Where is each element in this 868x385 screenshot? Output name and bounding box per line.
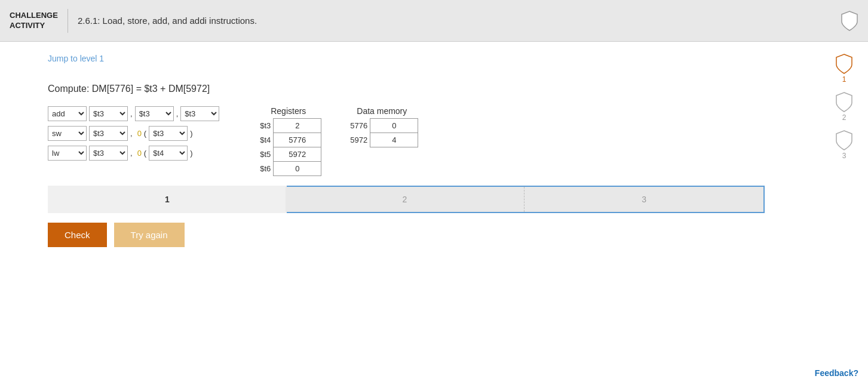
reg2-select-2[interactable]: $t3 $t4 $t5 $t6 [149,126,188,141]
try-again-button[interactable]: Try again [114,223,185,247]
comma-3: , [130,149,133,158]
reg2-select-1[interactable]: $t3 $t4 $t5 $t6 [135,106,174,121]
feedback-link[interactable]: Feedback? [815,368,858,378]
challenge-activity-title: CHALLENGEACTIVITY [10,11,58,31]
table-row: $t5 5972 [255,147,321,162]
reg1-select-1[interactable]: $t3 $t4 $t5 $t6 [89,106,128,121]
instruction-row-1: add addi lw sw $t3 $t4 $t5 $t6 , $t3 $t4… [48,106,219,121]
reg-label-t4: $t4 [255,133,274,147]
reg2-select-3[interactable]: $t3 $t4 $t5 $t6 [149,146,188,161]
table-row: 5776 0 [345,119,418,133]
reg1-select-3[interactable]: $t3 $t4 $t5 $t6 [89,146,128,161]
sidebar-level-1[interactable]: 1 [836,54,852,84]
registers-section: Registers $t3 2 $t4 5776 $t5 5972 [255,106,321,176]
header-shield-icon [841,10,858,32]
dm-label-5776: 5776 [345,119,370,133]
progress-bar: 1 2 3 [48,186,765,213]
right-sidebar: 1 2 3 [826,48,862,160]
dm-val-5972: 4 [370,133,418,147]
reg-val-t4: 5776 [274,133,321,147]
data-memory-title: Data memory [345,106,418,116]
reg1-select-2[interactable]: $t3 $t4 $t5 $t6 [89,126,128,141]
sidebar-level-2[interactable]: 2 [836,92,852,122]
reg-label-t5: $t5 [255,147,274,162]
button-row: Check Try again [48,223,826,247]
reg3-select-1[interactable]: $t3 $t4 $t5 $t6 [180,106,219,121]
instruction-row-3: add addi lw sw $t3 $t4 $t5 $t6 , 0 ( $t3… [48,146,219,161]
op-select-1[interactable]: add addi lw sw [48,106,87,121]
paren-close-2: ) [190,129,192,138]
reg-label-t3: $t3 [255,119,274,133]
sidebar-level-label-1: 1 [842,75,846,84]
progress-segment-1[interactable]: 1 [48,186,287,213]
comma-2: , [130,129,133,138]
progress-segment-3[interactable]: 3 [525,187,763,212]
shield-icon-1 [836,54,852,74]
reg-label-t6: $t6 [255,162,274,176]
progress-label-3: 3 [642,195,646,204]
shield-icon-3 [836,130,852,150]
sidebar-level-label-2: 2 [842,113,846,122]
reg-val-t6: 0 [274,162,321,176]
sidebar-level-label-3: 3 [842,152,846,160]
main-content: Jump to level 1 Compute: DM[5776] = $t3 … [0,42,868,259]
progress-label-1: 1 [165,195,170,204]
paren-open-3: ( [144,149,146,158]
registers-table: $t3 2 $t4 5776 $t5 5972 $t6 0 [255,118,321,176]
table-row: $t3 2 [255,119,321,133]
data-memory-table: 5776 0 5972 4 [345,118,418,147]
table-row: 5972 4 [345,133,418,147]
instructions-panel: add addi lw sw $t3 $t4 $t5 $t6 , $t3 $t4… [48,106,219,161]
comma-1a: , [130,109,133,118]
problem-statement: Compute: DM[5776] = $t3 + DM[5972] [48,84,826,94]
dm-val-5776: 0 [370,119,418,133]
table-row: $t4 5776 [255,133,321,147]
header-subtitle: 2.6.1: Load, store, add, and addi instru… [78,16,257,26]
progress-label-2: 2 [403,195,407,204]
check-button[interactable]: Check [48,223,107,247]
offset-3: 0 [137,149,142,158]
op-select-3[interactable]: add addi lw sw [48,146,87,161]
instruction-row-2: add addi lw sw $t3 $t4 $t5 $t6 , 0 ( $t3… [48,126,219,141]
data-memory-section: Data memory 5776 0 5972 4 [345,106,418,176]
op-select-2[interactable]: add addi lw sw [48,126,87,141]
registers-title: Registers [255,106,321,116]
sidebar-level-3[interactable]: 3 [836,130,852,160]
dm-label-5972: 5972 [345,133,370,147]
reg-val-t3: 2 [274,119,321,133]
reg-val-t5: 5972 [274,147,321,162]
tables-panel: Registers $t3 2 $t4 5776 $t5 5972 [255,106,418,176]
paren-open-2: ( [144,129,146,138]
table-row: $t6 0 [255,162,321,176]
offset-2: 0 [137,129,142,138]
shield-icon-2 [836,92,852,112]
header: CHALLENGEACTIVITY 2.6.1: Load, store, ad… [0,0,868,42]
header-divider [68,9,68,33]
paren-close-3: ) [190,149,192,158]
progress-segment-2[interactable]: 2 [286,187,525,212]
jump-to-level-link[interactable]: Jump to level 1 [48,54,104,63]
comma-1b: , [176,109,179,118]
